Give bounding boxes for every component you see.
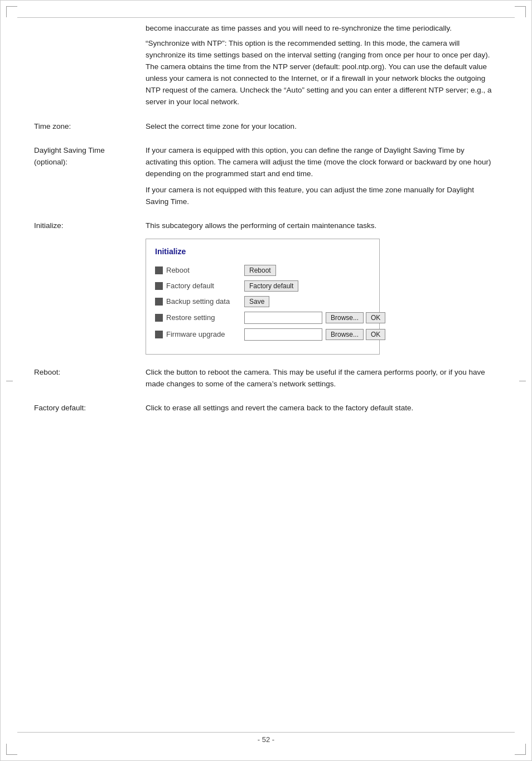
restore-label-text: Restore setting — [166, 312, 215, 323]
reboot-desc-label: Reboot: — [34, 367, 146, 390]
initialize-box: Initialize Reboot Reboot Factory d — [146, 239, 380, 355]
firmware-browse-button[interactable]: Browse... — [326, 329, 364, 340]
corner-bl — [6, 744, 17, 755]
init-label-backup: Backup setting data — [155, 296, 244, 307]
firmware-ok-button[interactable]: OK — [366, 329, 385, 340]
backup-save-button[interactable]: Save — [244, 296, 269, 307]
corner-tr — [515, 6, 526, 17]
page-wrapper: become inaccurate as time passes and you… — [0, 0, 532, 761]
dst-content: If your camera is equipped with this opt… — [146, 145, 498, 208]
initialize-content: This subcategory allows the performing o… — [146, 220, 498, 355]
restore-browse-ok: Browse... OK — [326, 312, 385, 323]
timezone-content: Select the correct time zone for your lo… — [146, 121, 498, 133]
init-label-firmware: Firmware upgrade — [155, 329, 244, 340]
corner-tl — [6, 6, 17, 17]
initialize-description: This subcategory allows the performing o… — [146, 220, 498, 232]
restore-input[interactable] — [244, 312, 322, 324]
intro-paragraph2: “Synchronize with NTP”: This option is t… — [146, 38, 498, 108]
reboot-desc-content: Click the button to reboot the camera. T… — [146, 367, 498, 390]
reboot-section: Reboot: Click the button to reboot the c… — [146, 367, 498, 390]
corner-br — [515, 744, 526, 755]
init-row-backup: Backup setting data Save — [155, 296, 370, 307]
firmware-input[interactable] — [244, 328, 322, 341]
reboot-label-text: Reboot — [166, 265, 190, 276]
timezone-label: Time zone: — [34, 121, 146, 133]
factory-default-button[interactable]: Factory default — [244, 280, 298, 292]
init-label-reboot: Reboot — [155, 265, 244, 276]
dst-content-line1: If your camera is equipped with this opt… — [146, 145, 498, 180]
init-row-restore: Restore setting Browse... OK — [155, 312, 370, 324]
restore-icon — [155, 314, 163, 322]
initialize-label: Initialize: — [34, 220, 146, 232]
intro-paragraph1: become inaccurate as time passes and you… — [146, 23, 498, 35]
dst-section: Daylight Saving Time (optional): If your… — [146, 145, 498, 208]
factory-default-section: Factory default: Click to erase all sett… — [146, 403, 498, 414]
initialize-section: Initialize: This subcategory allows the … — [146, 220, 498, 355]
factory-default-desc-content: Click to erase all settings and revert t… — [146, 403, 498, 414]
divider-bottom — [17, 732, 515, 733]
initialize-box-title: Initialize — [155, 246, 370, 258]
factory-label-text: Factory default — [166, 280, 214, 292]
intro-text: become inaccurate as time passes and you… — [146, 23, 498, 108]
firmware-label-text: Firmware upgrade — [166, 329, 225, 340]
firmware-browse-ok: Browse... OK — [326, 329, 385, 340]
init-label-restore: Restore setting — [155, 312, 244, 323]
page-footer: - 52 - — [1, 735, 531, 744]
dst-label: Daylight Saving Time (optional): — [34, 145, 146, 168]
init-row-factory: Factory default Factory default — [155, 280, 370, 292]
factory-icon — [155, 282, 163, 290]
restore-ok-button[interactable]: OK — [366, 312, 385, 323]
firmware-icon — [155, 331, 163, 338]
side-mark-right — [519, 381, 526, 381]
reboot-button[interactable]: Reboot — [244, 265, 276, 276]
backup-icon — [155, 298, 163, 306]
dst-content-line2: If your camera is not equipped with this… — [146, 185, 498, 208]
main-content: become inaccurate as time passes and you… — [146, 23, 498, 414]
init-row-firmware: Firmware upgrade Browse... OK — [155, 328, 370, 341]
init-label-factory: Factory default — [155, 280, 244, 292]
timezone-section: Time zone: Select the correct time zone … — [146, 121, 498, 133]
restore-browse-button[interactable]: Browse... — [326, 312, 364, 323]
side-mark-left — [6, 381, 13, 381]
factory-default-desc-label: Factory default: — [34, 403, 146, 414]
backup-label-text: Backup setting data — [166, 296, 230, 307]
divider-top — [17, 17, 515, 18]
reboot-icon — [155, 266, 163, 274]
init-row-reboot: Reboot Reboot — [155, 265, 370, 276]
page-number: - 52 - — [258, 735, 274, 744]
